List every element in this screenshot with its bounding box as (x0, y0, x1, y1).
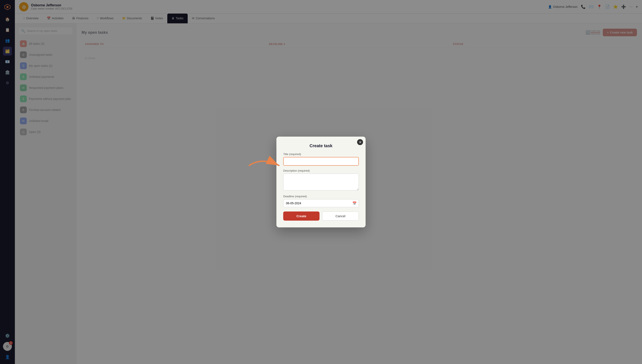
deadline-input-wrapper: 📅 (283, 199, 359, 207)
description-form-group: Description (required) (283, 169, 359, 191)
description-label: Description (required) (283, 169, 359, 172)
calendar-icon[interactable]: 📅 (353, 201, 357, 205)
task-description-input[interactable] (283, 174, 359, 190)
modal-title: Create task (283, 144, 359, 148)
task-title-input[interactable] (283, 157, 359, 166)
modal-close-button[interactable]: ✕ (357, 139, 363, 145)
modal-cancel-button[interactable]: Cancel (322, 212, 359, 220)
deadline-label: Deadline (required) (283, 195, 359, 198)
title-form-group: Title (required) (283, 152, 359, 166)
modal-overlay: ✕ Create task Title (required) Descripti… (0, 0, 642, 364)
modal-actions: Create Cancel (283, 212, 359, 220)
deadline-form-group: Deadline (required) 📅 (283, 195, 359, 207)
task-deadline-input[interactable] (283, 199, 359, 207)
create-task-modal: ✕ Create task Title (required) Descripti… (276, 136, 366, 228)
modal-create-button[interactable]: Create (283, 212, 319, 220)
title-label: Title (required) (283, 152, 359, 156)
